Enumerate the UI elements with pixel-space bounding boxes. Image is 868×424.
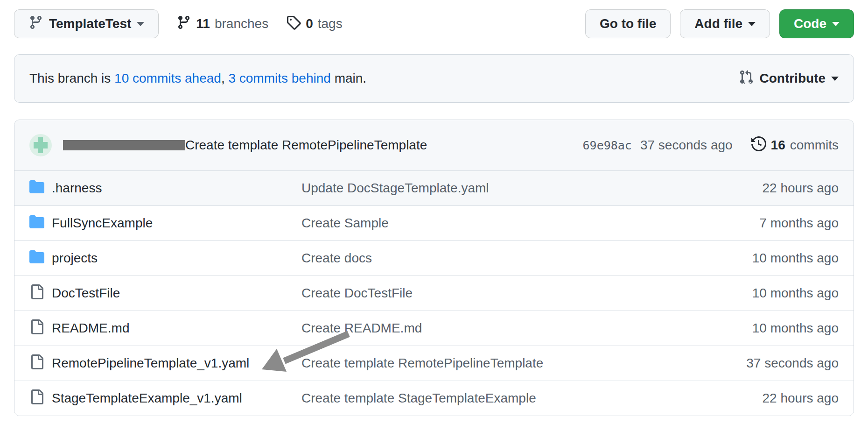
commit-time: 7 months ago [731, 216, 839, 231]
git-compare-icon [739, 70, 754, 88]
add-file-button[interactable]: Add file [680, 9, 770, 38]
commits-label: commits [790, 138, 839, 153]
repo-content: TemplateTest 11 branches 0 tags Go to [14, 9, 854, 416]
file-name-link[interactable]: RemotePipelineTemplate_v1.yaml [52, 356, 301, 371]
branches-label: branches [215, 16, 268, 31]
commit-message-link[interactable]: Create docs [301, 251, 731, 266]
row-icon-cell [29, 179, 44, 198]
commit-time: 37 seconds ago [640, 138, 733, 153]
avatar[interactable] [29, 134, 52, 156]
table-row: DocTestFile Create DocTestFile 10 months… [14, 276, 854, 311]
row-icon-cell [29, 249, 44, 268]
folder-icon [29, 179, 44, 198]
file-name-link[interactable]: projects [52, 251, 301, 266]
row-icon-cell [29, 389, 44, 408]
row-icon-cell [29, 214, 44, 233]
file-name-link[interactable]: DocTestFile [52, 286, 301, 301]
row-icon-cell [29, 284, 44, 303]
git-branch-icon [28, 15, 43, 33]
go-to-file-button[interactable]: Go to file [585, 9, 671, 38]
branches-link[interactable]: 11 branches [176, 15, 268, 33]
toolbar-left: TemplateTest 11 branches 0 tags [14, 9, 343, 38]
latest-commit-header: Create template RemotePipelineTemplate 6… [14, 120, 854, 170]
code-label: Code [794, 16, 826, 31]
branch-status-banner: This branch is 10 commits ahead, 3 commi… [14, 54, 854, 103]
git-branch-icon [176, 15, 191, 33]
tags-link[interactable]: 0 tags [286, 15, 343, 33]
table-row: .harness Update DocStageTemplate.yaml 22… [14, 170, 854, 205]
chevron-down-icon [137, 22, 144, 30]
repo-toolbar: TemplateTest 11 branches 0 tags Go to [14, 9, 854, 38]
current-branch-label: TemplateTest [49, 16, 131, 31]
file-icon [29, 389, 44, 408]
commit-message-link[interactable]: Create template StageTemplateExample [301, 391, 731, 406]
contribute-label: Contribute [759, 71, 826, 86]
file-name-link[interactable]: StageTemplateExample_v1.yaml [52, 391, 301, 406]
commit-time: 10 months ago [731, 251, 839, 266]
commit-history-link[interactable]: 16 commits [751, 136, 839, 155]
table-row: StageTemplateExample_v1.yaml Create temp… [14, 381, 854, 416]
table-row: FullSyncExample Create Sample 7 months a… [14, 205, 854, 240]
file-icon [29, 319, 44, 338]
commit-message-link[interactable]: Create template RemotePipelineTemplate [185, 138, 427, 153]
branch-selector-button[interactable]: TemplateTest [14, 9, 159, 38]
commit-message-link[interactable]: Create Sample [301, 216, 731, 231]
branch-status-text: This branch is 10 commits ahead, 3 commi… [29, 71, 366, 86]
tags-count: 0 [306, 16, 313, 31]
code-button[interactable]: Code [779, 9, 854, 38]
chevron-down-icon [831, 77, 839, 85]
table-row: RemotePipelineTemplate_v1.yaml Create te… [14, 346, 854, 381]
commit-time: 37 seconds ago [731, 356, 839, 371]
commit-message-link[interactable]: Create README.md [301, 321, 731, 336]
history-icon [751, 136, 766, 155]
tag-icon [286, 15, 301, 33]
file-name-link[interactable]: .harness [52, 181, 301, 196]
folder-icon [29, 214, 44, 233]
file-icon [29, 284, 44, 303]
add-file-label: Add file [694, 16, 742, 31]
row-icon-cell [29, 354, 44, 373]
toolbar-right: Go to file Add file Code [585, 9, 854, 38]
chevron-down-icon [832, 22, 840, 30]
chevron-down-icon [748, 22, 756, 30]
table-row: README.md Create README.md 10 months ago [14, 311, 854, 346]
commits-count: 16 [771, 138, 785, 153]
go-to-file-label: Go to file [600, 16, 656, 31]
commit-time: 10 months ago [731, 286, 839, 301]
commit-time: 10 months ago [731, 321, 839, 336]
file-name-link[interactable]: FullSyncExample [52, 216, 301, 231]
folder-icon [29, 249, 44, 268]
commits-behind-link[interactable]: 3 commits behind [228, 71, 330, 85]
commit-message-link[interactable]: Create template RemotePipelineTemplate [301, 356, 731, 371]
commit-hash-link[interactable]: 69e98ac [583, 139, 632, 152]
commit-message-link[interactable]: Update DocStageTemplate.yaml [301, 181, 731, 196]
file-table-body: .harness Update DocStageTemplate.yaml 22… [14, 170, 854, 416]
file-icon [29, 354, 44, 373]
file-table: Create template RemotePipelineTemplate 6… [14, 120, 854, 416]
tags-label: tags [318, 16, 343, 31]
commit-meta: 69e98ac 37 seconds ago 16 commits [583, 136, 839, 155]
commit-message-link[interactable]: Create DocTestFile [301, 286, 731, 301]
row-icon-cell [29, 319, 44, 338]
branches-count: 11 [196, 16, 210, 31]
commit-time: 22 hours ago [731, 391, 839, 406]
commits-ahead-link[interactable]: 10 commits ahead [114, 71, 221, 85]
table-row: projects Create docs 10 months ago [14, 240, 854, 276]
commit-author-redacted[interactable] [63, 140, 185, 150]
commit-time: 22 hours ago [731, 181, 839, 196]
contribute-button[interactable]: Contribute [739, 70, 839, 88]
file-name-link[interactable]: README.md [52, 321, 301, 336]
